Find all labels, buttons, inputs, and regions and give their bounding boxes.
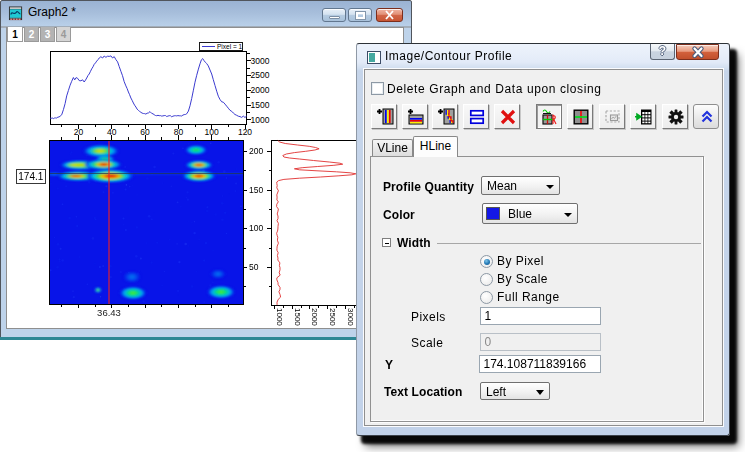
svg-text:120: 120 <box>238 127 252 137</box>
svg-text:3000: 3000 <box>251 56 270 66</box>
svg-text:3000: 3000 <box>346 308 355 326</box>
svg-text:150: 150 <box>249 185 263 195</box>
svg-text:1500: 1500 <box>293 308 302 326</box>
svg-text:2000: 2000 <box>251 85 270 95</box>
svg-text:2500: 2500 <box>251 70 270 80</box>
svg-text:174.1: 174.1 <box>18 171 43 182</box>
svg-text:1000: 1000 <box>251 115 270 125</box>
svg-text:2000: 2000 <box>310 308 319 326</box>
svg-text:36.43: 36.43 <box>97 307 121 318</box>
svg-text:1000: 1000 <box>275 308 284 326</box>
svg-text:100: 100 <box>249 223 263 233</box>
svg-text:1500: 1500 <box>251 100 270 110</box>
svg-text:200: 200 <box>249 146 263 156</box>
svg-text:50: 50 <box>249 262 259 272</box>
svg-text:2500: 2500 <box>328 308 337 326</box>
svg-text:Pixel = 1: Pixel = 1 <box>217 43 242 50</box>
